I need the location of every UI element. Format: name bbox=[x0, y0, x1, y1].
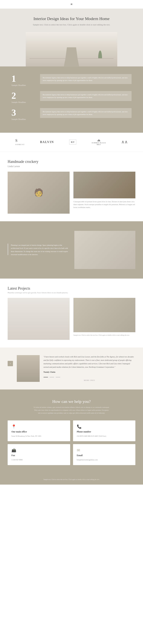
number-3: 3 bbox=[11, 108, 34, 117]
help-card-fax-title: Fax bbox=[11, 454, 15, 457]
crockery-body-text: Consequat nibh vel pretium lectus quam i… bbox=[73, 200, 135, 209]
footer-text[interactable]: Sample text. Click to select the text bo… bbox=[8, 478, 135, 481]
logo-summit: ⛰ SUMMIT PLACEMKT bbox=[92, 138, 106, 146]
crockery-section: Handmade crockery Linda Larson 🧑 Consequ… bbox=[0, 152, 143, 221]
testimonial-dot-2[interactable] bbox=[50, 377, 54, 378]
navigation: ≡ bbox=[0, 0, 143, 8]
help-title: How can we help you? bbox=[8, 399, 135, 404]
help-card-fax: 📠 Fax 1-234-567-8900 bbox=[8, 444, 70, 465]
location-icon: 📍 bbox=[11, 424, 16, 429]
planning-image bbox=[74, 231, 135, 269]
logo-somest: S SOMEST bbox=[15, 138, 25, 146]
planning-text: Planning is an integral part of interior… bbox=[11, 244, 68, 256]
help-card-email: ✉ Email help@interiordesignideas.com bbox=[73, 444, 136, 465]
crockery-right-column: Consequat nibh vel pretium lectus quam i… bbox=[73, 172, 135, 214]
crockery-author: Linda Larson bbox=[8, 165, 135, 168]
logo-balvin: BALVIN bbox=[40, 140, 54, 144]
testimonial-section: ‹ "I have known and worked closely with … bbox=[0, 348, 143, 390]
testimonial-dot-1[interactable] bbox=[43, 377, 48, 378]
testimonial-image bbox=[17, 355, 40, 382]
planning-text-block: Planning is an integral part of interior… bbox=[8, 244, 69, 256]
number-label-3: Sample Headline bbox=[11, 118, 34, 120]
help-card-phone-content: 234-9876-5400 988-0125-4667 (Toll Free) bbox=[77, 435, 106, 438]
number-desc-2: Recruitment Agency that strives to help … bbox=[43, 93, 129, 99]
testimonial-content: "I have known and worked closely with Ri… bbox=[43, 355, 135, 381]
number-2: 2 bbox=[11, 91, 34, 100]
numbered-row-1: 1 Sample Headline Recruitment Agency tha… bbox=[11, 74, 132, 86]
number-label-1: Sample Headline bbox=[11, 84, 34, 86]
project-caption[interactable]: Sample text. Click to select the text bo… bbox=[73, 334, 135, 336]
logo-kv: KV bbox=[69, 140, 76, 144]
numbered-section: 1 Sample Headline Recruitment Agency tha… bbox=[0, 66, 143, 133]
number-desc-1: Recruitment Agency that strives to help … bbox=[43, 76, 129, 82]
numbered-row-3: 3 Sample Headline Recruitment Agency tha… bbox=[11, 108, 132, 120]
number-desc-3: Recruitment Agency that strives to help … bbox=[43, 110, 129, 116]
hero-image bbox=[11, 32, 132, 66]
crockery-image-left: 🧑 bbox=[8, 172, 70, 214]
help-card-phone-title: Phone number bbox=[77, 430, 91, 433]
help-card-office-content: Some 94 Broadway St New York, NY 1001 bbox=[11, 435, 41, 438]
phone-icon: 📞 bbox=[77, 424, 82, 429]
help-card-email-title: Email bbox=[77, 454, 83, 457]
project-image-right bbox=[73, 298, 135, 332]
hero-section: Interior Design Ideas for Your Modern Ho… bbox=[0, 8, 143, 66]
help-card-fax-content: 1-234-567-8900 bbox=[11, 458, 23, 461]
crockery-title: Handmade crockery bbox=[8, 160, 135, 164]
planning-section: Planning is an integral part of interior… bbox=[0, 221, 143, 278]
help-card-phone: 📞 Phone number 234-9876-5400 988-0125-46… bbox=[73, 420, 136, 441]
number-label-2: Sample Headline bbox=[11, 101, 34, 103]
numbered-row-2: 2 Sample Headline Recruitment Agency tha… bbox=[11, 91, 132, 103]
help-intro: Ut enim ad minim veniam, quis nostrud ex… bbox=[33, 406, 110, 415]
projects-section: Latest Projects Phasellus scelerisque se… bbox=[0, 278, 143, 348]
projects-title: Latest Projects bbox=[8, 286, 135, 290]
testimonial-more-link[interactable]: MORE INFO bbox=[43, 379, 135, 381]
footer: Sample text. Click to select the text bo… bbox=[0, 475, 143, 485]
testimonial-prev-button[interactable]: ‹ bbox=[8, 361, 13, 366]
help-card-office-title: Our main office bbox=[11, 430, 27, 433]
project-image-left bbox=[8, 298, 70, 340]
help-card-office: 📍 Our main office Some 94 Broadway St Ne… bbox=[8, 420, 70, 441]
help-card-email-content: help@interiordesignideas.com bbox=[77, 458, 98, 461]
help-section: How can we help you? Ut enim ad minim ve… bbox=[0, 390, 143, 475]
testimonial-quote: "I have known and worked closely with Ri… bbox=[43, 355, 135, 369]
fax-icon: 📠 bbox=[11, 448, 16, 452]
number-1: 1 bbox=[11, 74, 34, 83]
hero-title: Interior Design Ideas for Your Modern Ho… bbox=[11, 16, 132, 21]
crockery-image-right bbox=[73, 172, 135, 198]
projects-subtitle: Phasellus scelerisque sed leo quis gravi… bbox=[8, 291, 135, 294]
testimonial-dot-3[interactable] bbox=[56, 377, 60, 378]
logo-mountain: ∧∧ bbox=[121, 140, 128, 144]
help-cards-grid: 📍 Our main office Some 94 Broadway St Ne… bbox=[8, 420, 135, 465]
project-right-column: Sample text. Click to select the text bo… bbox=[73, 298, 135, 340]
testimonial-dots bbox=[43, 377, 135, 378]
logos-section: S SOMEST BALVIN KV ⛰ SUMMIT PLACEMKT ∧∧ bbox=[0, 133, 143, 152]
email-icon: ✉ bbox=[77, 448, 80, 452]
hamburger-icon[interactable]: ≡ bbox=[71, 2, 72, 6]
hero-subtitle[interactable]: Sample text. Click to select the text bo… bbox=[11, 23, 132, 26]
testimonial-author: Nataly Chein bbox=[43, 371, 135, 373]
